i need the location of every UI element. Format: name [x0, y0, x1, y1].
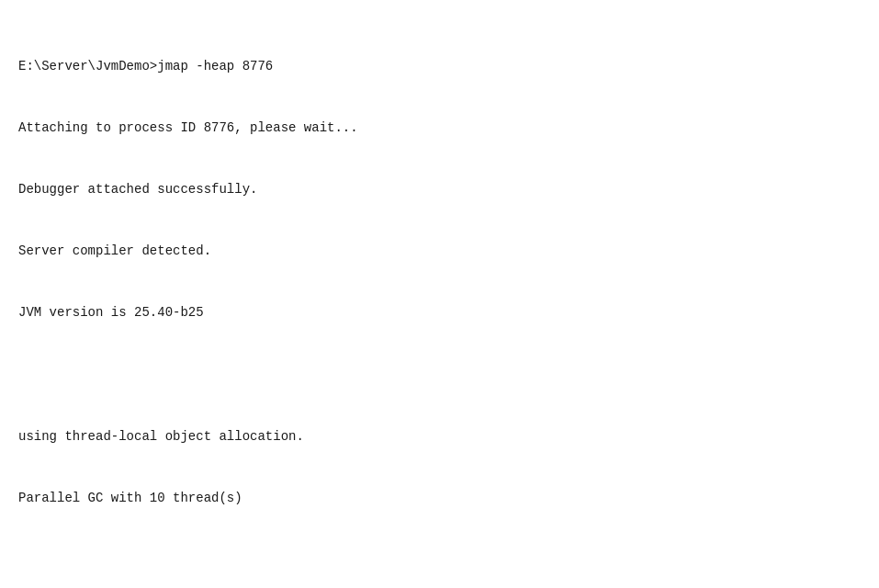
terminal-output: E:\Server\JvmDemo>jmap -heap 8776 Attach… [18, 15, 861, 588]
line-blank-1 [18, 365, 861, 385]
line-6: Parallel GC with 10 thread(s) [18, 488, 861, 508]
line-5: using thread-local object allocation. [18, 426, 861, 447]
line-4: JVM version is 25.40-b25 [18, 302, 861, 322]
line-blank-2 [18, 549, 861, 570]
command-line: E:\Server\JvmDemo>jmap -heap 8776 [18, 56, 861, 76]
line-1: Attaching to process ID 8776, please wai… [18, 118, 861, 138]
line-3: Server compiler detected. [18, 241, 861, 261]
line-2: Debugger attached successfully. [18, 179, 861, 199]
